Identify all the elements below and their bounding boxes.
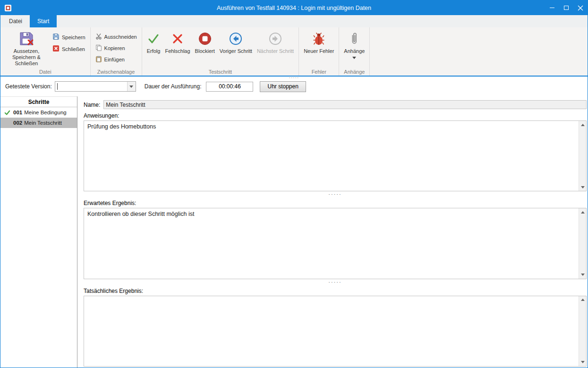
splitter-handle[interactable]: ····· bbox=[84, 279, 587, 285]
save-button[interactable]: Speichern bbox=[50, 31, 88, 43]
stop-clock-button[interactable]: Uhr stoppen bbox=[260, 81, 306, 92]
ribbon-group-testschritt: Erfolg Fehlschlag Blockiert Voriger Schr… bbox=[142, 27, 299, 76]
scroll-down-icon[interactable] bbox=[579, 271, 586, 279]
expected-result-label: Erwartetes Ergebnis: bbox=[84, 200, 587, 206]
ribbon-resize-handle[interactable]: ····· bbox=[289, 76, 299, 80]
close-window-button[interactable] bbox=[573, 0, 588, 15]
instructions-label: Anweisungen: bbox=[84, 112, 587, 119]
ribbon-group-datei: Aussetzen, Speichern & Schließen Speiche… bbox=[0, 27, 91, 76]
ribbon-group-fehler: Neuer Fehler Fehler bbox=[299, 27, 339, 76]
paste-icon bbox=[95, 56, 102, 63]
button-label: Aussetzen, Speichern & Schließen bbox=[5, 48, 48, 67]
step-check-icon bbox=[3, 110, 11, 116]
scroll-up-icon[interactable] bbox=[579, 121, 586, 128]
scrollbar[interactable] bbox=[579, 208, 586, 278]
close-red-icon bbox=[52, 45, 60, 53]
combo-dropdown-button[interactable] bbox=[127, 82, 136, 91]
maximize-button[interactable] bbox=[559, 0, 573, 15]
steps-header: Schritte bbox=[0, 96, 77, 107]
arrow-left-icon bbox=[229, 31, 242, 47]
group-label-anhaenge: Anhänge bbox=[339, 69, 369, 75]
step-detail-panel: Name: Anweisungen: Prüfung des Homebutto… bbox=[84, 96, 588, 368]
instructions-textarea[interactable]: Prüfung des Homebuttons bbox=[84, 121, 579, 191]
actual-result-label: Tatsächliches Ergebnis: bbox=[84, 288, 587, 294]
paste-button[interactable]: Einfügen bbox=[93, 54, 127, 65]
next-step-button[interactable]: Nächster Schritt bbox=[255, 28, 296, 55]
button-label: Anhänge bbox=[344, 48, 365, 54]
main-area: Schritte 001 Meine Bedingung 002 Mein Te… bbox=[0, 96, 588, 368]
ribbon-group-anhaenge: Anhänge Anhänge bbox=[339, 27, 370, 76]
copy-icon bbox=[95, 44, 102, 52]
step-label: Meine Bedingung bbox=[24, 110, 67, 115]
group-label-zwischenablage: Zwischenablage bbox=[91, 69, 142, 75]
button-label: Schließen bbox=[62, 46, 85, 52]
button-label: Blockiert bbox=[195, 48, 215, 54]
execution-toolbar: ····· Getestete Version: Dauer der Ausfü… bbox=[0, 77, 588, 96]
button-label: Speichern bbox=[62, 34, 85, 40]
ribbon-tabs: Datei Start bbox=[0, 15, 588, 27]
duration-label: Dauer der Ausführung: bbox=[145, 83, 202, 90]
bug-icon bbox=[313, 31, 324, 47]
group-label-fehler: Fehler bbox=[299, 69, 339, 75]
cut-button[interactable]: Ausschneiden bbox=[93, 31, 139, 43]
scroll-up-icon[interactable] bbox=[579, 296, 586, 304]
step-label: Mein Testschritt bbox=[24, 120, 62, 126]
copy-button[interactable]: Kopieren bbox=[93, 43, 128, 54]
name-label: Name: bbox=[84, 102, 100, 108]
splitter-handle[interactable]: ····· bbox=[84, 191, 587, 197]
duration-input[interactable] bbox=[206, 82, 253, 92]
step-item-001[interactable]: 001 Meine Bedingung bbox=[0, 107, 77, 118]
scroll-up-icon[interactable] bbox=[579, 208, 586, 216]
group-label-testschritt: Testschritt bbox=[142, 69, 298, 75]
steps-sidebar: Schritte 001 Meine Bedingung 002 Mein Te… bbox=[0, 96, 77, 368]
chevron-down-icon bbox=[352, 57, 356, 59]
tested-version-label: Getestete Version: bbox=[5, 83, 52, 90]
maximize-icon bbox=[564, 6, 569, 10]
scrollbar[interactable] bbox=[579, 296, 586, 366]
group-label-datei: Datei bbox=[0, 69, 90, 75]
scroll-down-icon[interactable] bbox=[579, 359, 586, 366]
stop-icon bbox=[198, 31, 212, 47]
tested-version-combo[interactable] bbox=[55, 81, 136, 92]
fail-button[interactable]: Fehlschlag bbox=[162, 28, 192, 55]
success-button[interactable]: Erfolg bbox=[145, 28, 163, 55]
close-icon bbox=[578, 5, 583, 11]
expected-result-textarea[interactable]: Kontrollieren ob dieser Schritt möglich … bbox=[84, 208, 579, 278]
actual-result-textarea[interactable] bbox=[84, 296, 579, 366]
clipboard-buttons: Ausschneiden Kopieren Einfügen bbox=[93, 31, 139, 65]
titlebar: Ausführen von Testfall 140934 : Login mi… bbox=[0, 0, 588, 15]
close-button[interactable]: Schließen bbox=[50, 43, 87, 55]
step-item-002[interactable]: 002 Mein Testschritt bbox=[0, 118, 77, 128]
name-row: Name: bbox=[84, 100, 587, 109]
button-label: Kopieren bbox=[104, 45, 125, 51]
save-suspend-icon bbox=[19, 31, 34, 47]
blocked-button[interactable]: Blockiert bbox=[193, 28, 217, 55]
save-icon bbox=[52, 33, 60, 41]
tab-datei[interactable]: Datei bbox=[1, 15, 30, 27]
actual-result-panel bbox=[84, 296, 587, 367]
previous-step-button[interactable]: Voriger Schritt bbox=[217, 28, 255, 55]
minimize-button[interactable] bbox=[545, 0, 559, 15]
suspend-save-close-button[interactable]: Aussetzen, Speichern & Schließen bbox=[3, 28, 50, 68]
new-defect-button[interactable]: Neuer Fehler bbox=[301, 28, 336, 55]
check-icon bbox=[147, 31, 160, 47]
attachments-button[interactable]: Anhänge bbox=[341, 28, 367, 60]
step-number: 002 bbox=[13, 120, 22, 126]
scrollbar[interactable] bbox=[579, 121, 586, 191]
scissors-icon bbox=[95, 33, 102, 41]
app-icon bbox=[4, 4, 12, 12]
chevron-down-icon bbox=[129, 86, 133, 88]
ribbon: Aussetzen, Speichern & Schließen Speiche… bbox=[0, 27, 588, 77]
datei-small-buttons: Speichern Schließen bbox=[50, 31, 88, 55]
sidebar-splitter[interactable] bbox=[77, 96, 84, 368]
expected-result-panel: Kontrollieren ob dieser Schritt möglich … bbox=[84, 208, 587, 279]
step-name-input[interactable] bbox=[103, 100, 587, 109]
button-label: Einfügen bbox=[104, 57, 125, 62]
scroll-down-icon[interactable] bbox=[579, 183, 586, 191]
x-icon bbox=[172, 31, 183, 47]
button-label: Erfolg bbox=[147, 48, 161, 54]
tested-version-input[interactable] bbox=[58, 82, 127, 91]
window-controls bbox=[545, 0, 588, 15]
paperclip-icon bbox=[350, 31, 358, 47]
tab-start[interactable]: Start bbox=[30, 15, 57, 27]
